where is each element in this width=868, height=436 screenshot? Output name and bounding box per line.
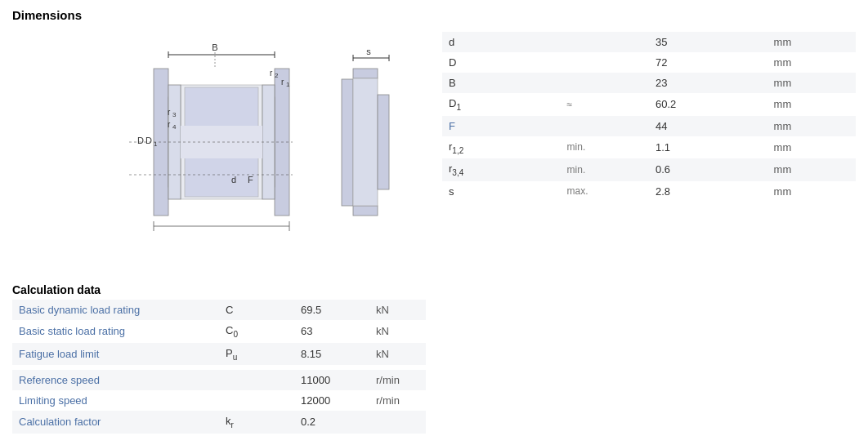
svg-text:D: D <box>145 136 152 145</box>
calc-value: 12000 <box>294 390 369 411</box>
calc-unit: kN <box>369 320 426 343</box>
dim-modifier: min. <box>561 136 649 159</box>
svg-rect-30 <box>353 69 378 78</box>
dim-unit: mm <box>767 52 856 73</box>
svg-text:d: d <box>231 175 236 185</box>
dim-value: 35 <box>649 32 767 52</box>
calc-value: 8.15 <box>294 343 369 366</box>
calc-value: 11000 <box>294 370 369 390</box>
calc-unit: r/min <box>369 370 426 390</box>
dim-value: 0.6 <box>649 158 767 181</box>
dim-symbol: F <box>442 116 561 136</box>
svg-text:2: 2 <box>275 72 279 79</box>
calc-label: Reference speed <box>12 370 219 390</box>
dim-value: 1.1 <box>649 136 767 159</box>
svg-text:B: B <box>212 42 217 52</box>
calc-unit: kN <box>369 300 426 320</box>
dim-modifier: min. <box>561 158 649 181</box>
dim-unit: mm <box>767 73 856 93</box>
diagram-area: B r 2 r 1 r 3 r 4 D D 1 d <box>12 32 426 269</box>
bearing-diagram: B r 2 r 1 r 3 r 4 D D 1 d <box>47 40 391 252</box>
dim-unit: mm <box>767 32 856 52</box>
calc-label: Basic dynamic load rating <box>12 300 219 320</box>
dim-modifier <box>561 52 649 73</box>
dim-modifier <box>561 116 649 136</box>
calc-symbol: C0 <box>219 320 294 343</box>
dim-modifier <box>561 73 649 93</box>
svg-rect-31 <box>353 206 378 216</box>
dim-symbol: r3,4 <box>442 158 561 181</box>
svg-rect-32 <box>353 78 378 206</box>
calc-value: 0.2 <box>294 411 369 434</box>
svg-text:3: 3 <box>172 111 177 118</box>
main-container: B r 2 r 1 r 3 r 4 D D 1 d <box>12 32 856 436</box>
dim-value: 72 <box>649 52 767 73</box>
calc-label: Limiting speed <box>12 390 219 411</box>
dim-symbol: D <box>442 52 561 73</box>
calc-label: Basic static load rating <box>12 320 219 343</box>
left-section: B r 2 r 1 r 3 r 4 D D 1 d <box>12 32 426 436</box>
calculation-table: Basic dynamic load ratingC69.5kNBasic st… <box>12 300 426 436</box>
calc-label: Fatigue load limit <box>12 343 219 366</box>
calc-unit: kN <box>369 343 426 366</box>
calc-symbol: Pu <box>219 343 294 366</box>
svg-text:r: r <box>270 69 273 78</box>
svg-text:D: D <box>137 136 144 145</box>
dim-symbol: d <box>442 32 561 52</box>
calc-symbol <box>219 390 294 411</box>
dim-unit: mm <box>767 93 856 116</box>
calc-symbol: C <box>219 300 294 320</box>
calc-unit: r/min <box>369 390 426 411</box>
dim-unit: mm <box>767 136 856 159</box>
calc-section-title: Calculation data <box>12 283 426 296</box>
dim-symbol: D1 <box>442 93 561 116</box>
calc-section: Calculation data Basic dynamic load rati… <box>12 283 426 436</box>
calc-symbol <box>219 370 294 390</box>
svg-text:1: 1 <box>286 81 290 88</box>
dim-modifier: max. <box>561 181 649 202</box>
dim-value: 2.8 <box>649 181 767 202</box>
dim-unit: mm <box>767 158 856 181</box>
svg-text:F: F <box>248 175 253 185</box>
svg-text:s: s <box>366 47 371 56</box>
dimensions-table: d35mmD72mmB23mmD1≈60.2mmF44mmr1,2min.1.1… <box>442 32 856 202</box>
dim-value: 23 <box>649 73 767 93</box>
calc-value: 63 <box>294 320 369 343</box>
dim-value: 60.2 <box>649 93 767 116</box>
dim-unit: mm <box>767 181 856 202</box>
svg-text:4: 4 <box>172 123 177 131</box>
right-section: d35mmD72mmB23mmD1≈60.2mmF44mmr1,2min.1.1… <box>442 32 856 436</box>
calc-value: 69.5 <box>294 300 369 320</box>
dim-symbol: r1,2 <box>442 136 561 159</box>
svg-text:1: 1 <box>154 140 158 148</box>
svg-rect-29 <box>342 79 353 206</box>
dim-unit: mm <box>767 116 856 136</box>
dim-symbol: s <box>442 181 561 202</box>
dim-symbol: B <box>442 73 561 93</box>
dim-modifier: ≈ <box>561 93 649 116</box>
svg-rect-33 <box>378 95 389 189</box>
calc-symbol: kr <box>219 411 294 434</box>
page-title: Dimensions <box>12 8 856 22</box>
dim-modifier <box>561 32 649 52</box>
calc-unit <box>369 411 426 434</box>
dim-value: 44 <box>649 116 767 136</box>
calc-label: Calculation factor <box>12 411 219 434</box>
